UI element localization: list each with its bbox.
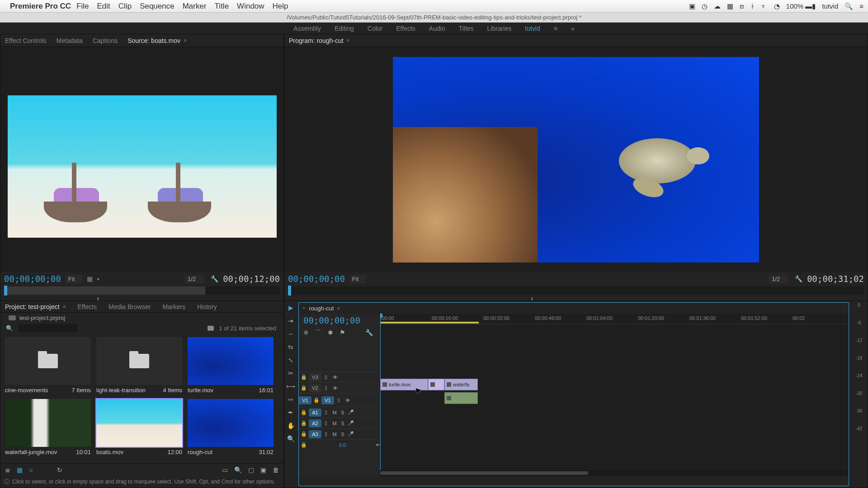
ws-effects[interactable]: Effects [396, 25, 415, 32]
a2-mute-icon[interactable]: M [330, 421, 339, 426]
source-tab-menu-icon[interactable]: ≡ [184, 38, 187, 43]
a3-solo-icon[interactable]: S [339, 432, 347, 437]
auto-seq-icon[interactable]: ▭ [222, 466, 228, 474]
ws-editing[interactable]: Editing [335, 25, 354, 32]
tab-captions[interactable]: Captions [93, 37, 118, 44]
tab-program[interactable]: Program: rough-cut [289, 37, 344, 44]
hand-tool-icon[interactable]: ✋ [287, 422, 295, 430]
timeline-ruler[interactable]: :00:0000:00:16:0000:00:32:0000:00:48:000… [380, 314, 849, 324]
tab-markers[interactable]: Markers [162, 303, 185, 310]
wifi-icon[interactable]: ᯤ [761, 2, 768, 10]
ws-tutvid[interactable]: tutvid [525, 25, 540, 32]
a1-rec-icon[interactable]: 🎤 [347, 409, 355, 415]
bin-item[interactable]: waterfall-jungle.mov10:01 [5, 399, 91, 455]
slide-tool-icon[interactable]: ⇿ [287, 395, 295, 404]
tl-link-icon[interactable]: ⌒ [315, 329, 321, 337]
new-bin-icon[interactable]: ▢ [248, 466, 254, 474]
ws-overflow-icon[interactable]: » [571, 25, 575, 32]
tab-history[interactable]: History [197, 303, 217, 310]
tl-snap-icon[interactable]: ※ [303, 329, 309, 337]
v1-source-tag[interactable]: V1 [299, 396, 311, 404]
sequence-menu-icon[interactable]: ≡ [337, 306, 340, 311]
track-select-tool-icon[interactable]: ⇥ [287, 317, 295, 325]
a2-tag[interactable]: A2 [309, 419, 321, 427]
ripple-tool-icon[interactable]: ↔ [287, 330, 295, 338]
v3-eye-icon[interactable]: 👁 [330, 375, 340, 380]
program-resolution-select[interactable]: 1/2 [769, 275, 788, 283]
bluetooth-icon[interactable]: ᚼ [750, 2, 755, 10]
bin-item[interactable]: turtle.mov16:01 [188, 337, 274, 394]
razor-tool-icon[interactable]: ✂ [287, 369, 295, 377]
source-safe-margins-icon[interactable]: ▦ [87, 275, 93, 282]
user-menu[interactable]: tutvid [822, 2, 838, 10]
program-scrubber[interactable] [288, 286, 864, 295]
cc-app-icon[interactable]: ▦ [727, 2, 733, 10]
freeform-view-icon[interactable]: ○ [29, 466, 33, 474]
search-icon[interactable]: 🔍 [6, 325, 13, 332]
v2-lock-icon[interactable]: 🔒 [299, 385, 309, 391]
selection-tool-icon[interactable]: ▶ [287, 304, 295, 312]
menu-sequence[interactable]: Sequence [140, 2, 175, 11]
tab-effects[interactable]: Effects [77, 303, 97, 310]
tab-source[interactable]: Source: boats.mov [127, 37, 180, 44]
a1-sync-icon[interactable]: ▯ [321, 409, 330, 415]
a2-lock-icon[interactable]: 🔒 [299, 420, 309, 426]
menu-window[interactable]: Window [237, 2, 264, 11]
a3-sync-icon[interactable]: ▯ [321, 431, 330, 437]
app-name[interactable]: Premiere Pro CC [10, 2, 71, 11]
ws-titles[interactable]: Titles [459, 25, 474, 32]
menu-file[interactable]: File [76, 2, 89, 11]
clips-area[interactable]: turtle.movwaterfa [380, 324, 849, 476]
tl-expand-icon[interactable]: ⇤ [376, 442, 380, 448]
project-nav-icon[interactable] [208, 326, 214, 331]
ws-audio[interactable]: Audio [429, 25, 445, 32]
a2-rec-icon[interactable]: 🎤 [347, 420, 355, 426]
sequence-name[interactable]: rough-cut [309, 305, 334, 312]
zoom-slider[interactable]: ↻ [57, 466, 62, 474]
menu-clip[interactable]: Clip [118, 2, 132, 11]
a3-rec-icon[interactable]: 🎤 [347, 431, 355, 437]
list-view-icon[interactable]: ≣ [5, 466, 10, 474]
v3-tag[interactable]: V3 [309, 373, 321, 381]
dropbox-icon[interactable]: ⧈ [740, 2, 744, 10]
timeline-zoom-value[interactable]: 0.0 [309, 442, 376, 448]
project-tab-menu-icon[interactable]: ≡ [63, 304, 66, 309]
project-search-input[interactable] [19, 324, 77, 332]
tab-media-browser[interactable]: Media Browser [108, 303, 151, 310]
timeline-clip[interactable] [428, 379, 444, 390]
v2-eye-icon[interactable]: 👁 [330, 385, 340, 391]
a1-tag[interactable]: A1 [309, 408, 321, 417]
a1-lock-icon[interactable]: 🔒 [299, 409, 309, 415]
ws-assembly[interactable]: Assembly [293, 25, 321, 32]
menu-title[interactable]: Title [215, 2, 229, 11]
new-item-icon[interactable]: ▣ [260, 466, 266, 474]
program-monitor-view[interactable] [284, 47, 868, 272]
a2-solo-icon[interactable]: S [339, 421, 347, 426]
source-resolution-select[interactable]: 1/2 [185, 275, 203, 283]
clock-icon[interactable]: ◷ [702, 2, 708, 10]
program-wrench-icon[interactable]: 🔧 [795, 275, 802, 282]
bin-item[interactable]: cine-movements7 Items [5, 337, 91, 394]
a1-solo-icon[interactable]: S [339, 410, 347, 415]
cc-sync-icon[interactable]: ☁ [714, 2, 721, 10]
tab-effect-controls[interactable]: Effect Controls [5, 37, 47, 44]
program-in-timecode[interactable]: 00;00;00;00 [288, 274, 345, 284]
notification-icon[interactable]: ≡ [859, 2, 863, 10]
timeline-timecode[interactable]: 00;00;00;00 [299, 314, 380, 327]
v2-tag[interactable]: V2 [309, 384, 321, 392]
menu-marker[interactable]: Marker [183, 2, 207, 11]
timemachine-icon[interactable]: ◔ [774, 2, 780, 10]
v2-sync-icon[interactable]: ▯ [321, 385, 330, 391]
master-lock-icon[interactable]: 🔒 [299, 442, 309, 448]
ws-color[interactable]: Color [368, 25, 382, 32]
icon-view-icon[interactable]: ▦ [17, 466, 23, 474]
screencast-icon[interactable]: ▣ [689, 2, 695, 10]
source-wrench-icon[interactable]: 🔧 [211, 275, 218, 282]
v1-sync-icon[interactable]: ▯ [334, 397, 343, 403]
battery-status[interactable]: 100% ▬▮ [786, 2, 816, 10]
menu-edit[interactable]: Edit [97, 2, 110, 11]
tab-metadata[interactable]: Metadata [57, 37, 83, 44]
a1-mute-icon[interactable]: M [330, 410, 339, 415]
timeline-h-scroll[interactable] [380, 470, 849, 476]
timeline-close-icon[interactable]: × [302, 305, 305, 311]
